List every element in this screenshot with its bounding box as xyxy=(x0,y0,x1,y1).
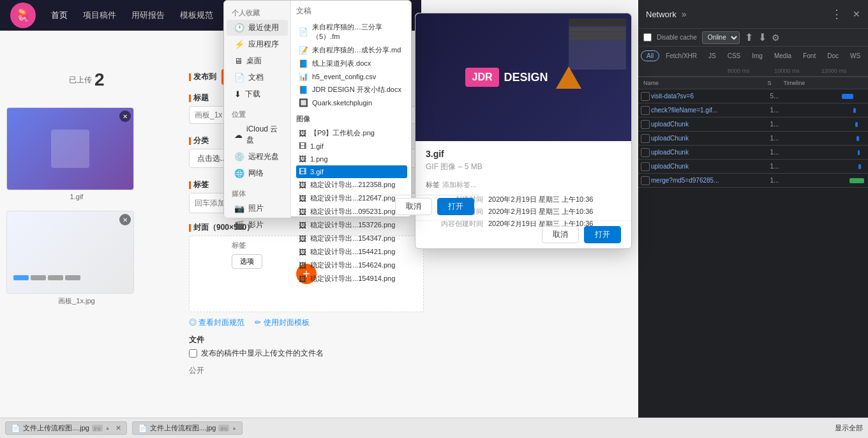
row-checkbox-2[interactable] xyxy=(641,120,650,129)
sidebar-network[interactable]: 🌐 网络 xyxy=(227,165,288,181)
file-item-3[interactable]: 📊 h5_event_config.csv xyxy=(296,70,407,83)
row-name-1[interactable]: check?fileName=1.gif... xyxy=(651,107,770,114)
file-name-checkbox[interactable] xyxy=(189,349,197,358)
network-row-3[interactable]: uploadChunk 1... xyxy=(638,132,868,146)
nav-item-projects[interactable]: 项目稿件 xyxy=(83,10,116,21)
disable-cache-label: Disable cache xyxy=(657,34,697,41)
recent-icon: 🕐 xyxy=(234,23,244,33)
image-item-0[interactable]: 🖼 【P9】工作机会.png xyxy=(296,126,407,140)
filter-font[interactable]: Font xyxy=(798,51,821,61)
row-checkbox-3[interactable] xyxy=(641,134,650,143)
img-icon-9: 🖼 xyxy=(299,248,306,257)
export-btn[interactable]: ⬇ xyxy=(758,31,767,43)
filter-css[interactable]: CSS xyxy=(722,51,746,61)
network-dots-icon[interactable]: ⋮ xyxy=(831,7,842,21)
img-icon-2: 🖼 xyxy=(299,155,306,163)
network-row-4[interactable]: uploadChunk 1... xyxy=(638,146,868,160)
row-checkbox-4[interactable] xyxy=(641,148,650,157)
image-item-3[interactable]: 🎞 3.gif xyxy=(296,165,407,178)
preview-cancel-button[interactable]: 取消 xyxy=(542,226,579,243)
row-name-2[interactable]: uploadChunk xyxy=(651,121,770,128)
sidebar-apps[interactable]: ⚡ 应用程序 xyxy=(227,36,288,52)
row-name-5[interactable]: uploadChunk xyxy=(651,163,770,170)
sidebar-remote[interactable]: 💿 远程光盘 xyxy=(227,149,288,165)
cover-template-link[interactable]: ✏ 使用封面模板 xyxy=(255,317,309,328)
image-item-9[interactable]: 🖼 稳定设计导出...154421.png xyxy=(296,245,407,259)
filter-js[interactable]: JS xyxy=(703,51,721,61)
row-name-4[interactable]: uploadChunk xyxy=(651,149,770,156)
img-icon-5: 🖼 xyxy=(299,194,306,203)
filter-img[interactable]: Img xyxy=(747,51,768,61)
image-name-10: 稳定设计导出...154624.png xyxy=(310,261,395,270)
row-name-6[interactable]: merge?md5=d976285... xyxy=(651,177,770,184)
row-checkbox-0[interactable] xyxy=(641,92,650,101)
filter-media[interactable]: Media xyxy=(769,51,797,61)
sidebar-network-label: 网络 xyxy=(248,168,264,179)
throttling-select[interactable]: Online xyxy=(702,31,740,44)
tag-label-preview: 标签 xyxy=(426,180,440,190)
nav-item-home[interactable]: 首页 xyxy=(51,10,68,21)
thumb-placeholder-1 xyxy=(51,130,89,168)
network-row-2[interactable]: uploadChunk 1... xyxy=(638,117,868,132)
dialog-open-button[interactable]: 打开 xyxy=(437,198,474,215)
file-item-5[interactable]: 🔲 Quark.sketchplugin xyxy=(296,96,407,109)
image-item-2[interactable]: 🖼 1.png xyxy=(296,153,407,165)
show-all-button[interactable]: 显示全部 xyxy=(835,423,863,433)
preview-open-button[interactable]: 打开 xyxy=(584,226,621,243)
file-item-2[interactable]: 📘 线上渠道列表.docx xyxy=(296,57,407,70)
row-checkbox-6[interactable] xyxy=(641,176,650,185)
meta-value-created: 2020年2月19日 星期三 上午10:36 xyxy=(488,195,621,204)
image-item-4[interactable]: 🖼 稳定设计导出...212358.png xyxy=(296,178,407,192)
image-item-11[interactable]: 🖼 稳定设计导出...154914.png xyxy=(296,272,407,285)
already-uploaded-indicator: 已上传 2 xyxy=(69,70,105,90)
sidebar-documents[interactable]: 📄 文档 xyxy=(227,70,288,86)
network-row-0[interactable]: visit-data?sv=6 5... xyxy=(638,89,868,103)
network-expand-icon[interactable]: » xyxy=(682,9,687,19)
doc-file-icon-1: 📝 xyxy=(299,46,308,55)
tags-sidebar-title: 标签 xyxy=(224,238,290,252)
taskbar-expand-0[interactable]: ▲ xyxy=(105,425,110,431)
row-status-1: 1... xyxy=(770,107,786,114)
taskbar-close-0[interactable]: ✕ xyxy=(116,424,121,432)
row-checkbox-1[interactable] xyxy=(641,106,650,115)
options-button[interactable]: 选项 xyxy=(232,254,262,269)
network-row-5[interactable]: uploadChunk 1... xyxy=(638,160,868,174)
network-row-1[interactable]: check?fileName=1.gif... 1... xyxy=(638,103,868,117)
taskbar-item-0[interactable]: 📄 文件上传流程图....jpg jpg ▲ ✕ xyxy=(5,421,127,435)
file-item-4[interactable]: 📘 JDR DESIGN 开发小结.docx xyxy=(296,83,407,96)
taskbar-expand-1[interactable]: ▲ xyxy=(232,425,237,431)
sidebar-photos[interactable]: 📷 照片 xyxy=(227,200,288,216)
image-item-1[interactable]: 🎞 1.gif xyxy=(296,140,407,153)
file-item-1[interactable]: 📝 来自程序猿的…成长分享.md xyxy=(296,43,407,57)
sidebar-movies[interactable]: 🎬 影片 xyxy=(227,217,288,233)
dialog-cancel-button[interactable]: 取消 xyxy=(395,198,432,215)
filter-ws[interactable]: WS xyxy=(845,51,865,61)
thumb-close-2[interactable]: ✕ xyxy=(119,214,131,225)
sidebar-recent[interactable]: 🕐 最近使用 xyxy=(227,20,288,36)
img-icon-8: 🖼 xyxy=(299,234,306,243)
network-row-6[interactable]: merge?md5=d976285... 1... xyxy=(638,174,868,188)
filter-doc[interactable]: Doc xyxy=(822,51,844,61)
filter-all[interactable]: All xyxy=(641,50,659,61)
dialog-sidebar: 个人收藏 🕐 最近使用 ⚡ 应用程序 🖥 桌面 📄 文档 ⬇ 下载 位置 ☁ i… xyxy=(224,1,291,218)
sidebar-desktop[interactable]: 🖥 桌面 xyxy=(227,53,288,69)
cover-spec-link[interactable]: ◎ 查看封面规范 xyxy=(189,317,244,328)
nav-item-research[interactable]: 用研报告 xyxy=(131,10,165,21)
row-checkbox-5[interactable] xyxy=(641,162,650,171)
image-item-7[interactable]: 🖼 稳定设计导出...153726.png xyxy=(296,218,407,232)
file-item-0[interactable]: 📄 来自程序猫的…三分享（5）.fm xyxy=(296,20,407,43)
sidebar-icloud[interactable]: ☁ iCloud 云盘 xyxy=(227,121,288,148)
nav-item-templates[interactable]: 模板规范 xyxy=(180,10,213,21)
row-name-0[interactable]: visit-data?sv=6 xyxy=(651,93,770,100)
sidebar-downloads[interactable]: ⬇ 下载 xyxy=(227,86,288,102)
row-status-3: 1... xyxy=(770,135,786,142)
image-item-8[interactable]: 🖼 稳定设计导出...154347.png xyxy=(296,232,407,245)
row-name-3[interactable]: uploadChunk xyxy=(651,135,770,142)
disable-cache-checkbox[interactable] xyxy=(643,33,652,42)
settings-btn[interactable]: ⚙ xyxy=(772,33,780,43)
import-btn[interactable]: ⬆ xyxy=(745,31,753,43)
image-item-10[interactable]: 🖼 稳定设计导出...154624.png xyxy=(296,259,407,272)
filter-fetch[interactable]: Fetch/XHR xyxy=(661,51,702,61)
taskbar-item-1[interactable]: 📄 文件上传流程图....jpg jpg ▲ xyxy=(132,421,243,435)
network-close-icon[interactable]: ✕ xyxy=(853,9,860,19)
